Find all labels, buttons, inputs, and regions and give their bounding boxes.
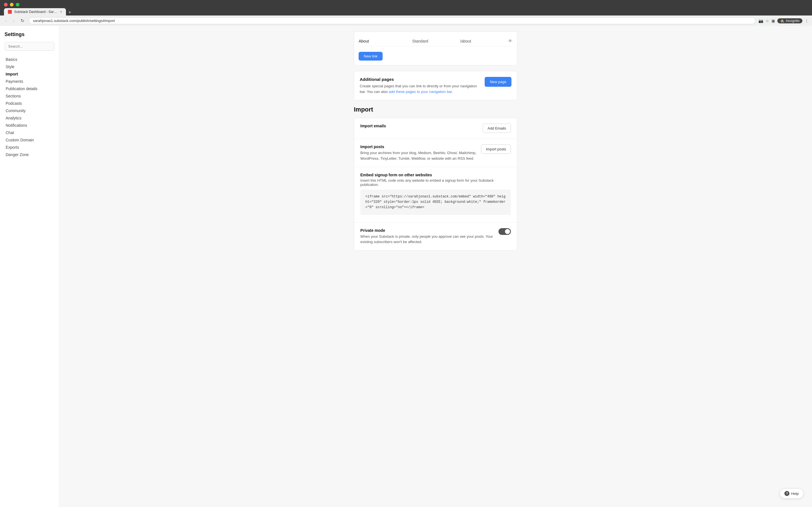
- private-mode-title: Private mode: [360, 228, 494, 233]
- embed-signup-description: Insert this HTML code onto any website t…: [360, 178, 511, 187]
- sidebar-item-custom-domain[interactable]: Custom Domain: [4, 136, 54, 144]
- import-posts-row: Import posts Bring your archives from yo…: [354, 139, 517, 167]
- incognito-label: Incognito: [786, 19, 800, 23]
- add-emails-button[interactable]: Add Emails: [483, 124, 511, 133]
- private-mode-toggle[interactable]: [499, 228, 511, 235]
- sidebar-item-notifications[interactable]: Notifications: [4, 122, 54, 129]
- sidebar-item-publication-details[interactable]: Publication details: [4, 85, 54, 93]
- additional-pages-text: Additional pages Create special pages th…: [360, 77, 480, 94]
- sidebar-item-sections[interactable]: Sections: [4, 93, 54, 100]
- import-section-title: Import: [354, 106, 517, 113]
- new-link-button[interactable]: New link: [359, 52, 383, 61]
- nav-row-type: Standard: [412, 39, 457, 43]
- browser-action-icons: 📷 ☆ ▣ 🕵 Incognito ⋮: [758, 18, 809, 23]
- nav-table-card: About Standard /about 👁 New link: [354, 32, 517, 65]
- content-inner: About Standard /about 👁 New link Additio…: [348, 26, 523, 256]
- forward-button[interactable]: ›: [11, 18, 16, 24]
- toggle-slider: [499, 228, 511, 235]
- import-emails-text: Import emails: [360, 124, 386, 129]
- nav-row-url: /about: [460, 39, 505, 43]
- maximize-traffic-light[interactable]: [16, 3, 19, 6]
- additional-pages-card: Additional pages Create special pages th…: [354, 71, 517, 100]
- sidebar-item-import[interactable]: Import: [4, 70, 54, 78]
- additional-pages-description: Create special pages that you can link t…: [360, 83, 480, 94]
- help-icon: ?: [784, 491, 790, 496]
- minimize-traffic-light[interactable]: [10, 3, 13, 6]
- sidebar-item-chat[interactable]: Chat: [4, 129, 54, 136]
- embed-signup-title: Embed signup form on other websites: [360, 173, 511, 177]
- active-tab[interactable]: Substack Dashboard - Sarah's ×: [4, 8, 66, 15]
- page-wrapper: Settings Basics Style Import Payments Pu…: [0, 26, 812, 507]
- private-mode-text: Private mode When your Substack is priva…: [360, 228, 494, 245]
- embed-signup-section: Embed signup form on other websites Inse…: [354, 167, 517, 222]
- back-button[interactable]: ‹: [3, 18, 8, 24]
- sidebar-item-payments[interactable]: Payments: [4, 78, 54, 85]
- tab-close-button[interactable]: ×: [60, 10, 62, 14]
- add-pages-nav-link[interactable]: add these pages to your navigation bar: [389, 90, 452, 94]
- sidebar-item-podcasts[interactable]: Podcasts: [4, 100, 54, 107]
- nav-table-row: About Standard /about 👁: [359, 36, 513, 46]
- tab-bar: Substack Dashboard - Sarah's × +: [0, 6, 812, 15]
- help-label: Help: [791, 492, 799, 496]
- sidebar: Settings Basics Style Import Payments Pu…: [0, 26, 59, 507]
- import-posts-text: Import posts Bring your archives from yo…: [360, 145, 476, 161]
- import-posts-button[interactable]: Import posts: [481, 145, 511, 154]
- reload-button[interactable]: ↻: [19, 17, 26, 24]
- tab-title: Substack Dashboard - Sarah's: [14, 10, 58, 14]
- import-posts-description: Bring your archives from your blog, Medi…: [360, 150, 476, 161]
- more-icon[interactable]: ⋮: [805, 18, 809, 23]
- star-icon[interactable]: ☆: [765, 18, 769, 23]
- address-input[interactable]: [29, 17, 756, 24]
- traffic-lights: [0, 0, 812, 6]
- import-posts-title: Import posts: [360, 145, 476, 149]
- import-emails-title: Import emails: [360, 124, 386, 128]
- main-content: About Standard /about 👁 New link Additio…: [59, 26, 812, 507]
- sidebar-icon[interactable]: ▣: [771, 18, 775, 23]
- tab-favicon: [8, 10, 12, 14]
- sidebar-item-analytics[interactable]: Analytics: [4, 114, 54, 122]
- sidebar-item-exports[interactable]: Exports: [4, 144, 54, 151]
- additional-pages-title: Additional pages: [360, 77, 480, 82]
- sidebar-nav: Basics Style Import Payments Publication…: [4, 56, 54, 158]
- incognito-badge: 🕵 Incognito: [777, 18, 802, 23]
- address-bar: ‹ › ↻ 📷 ☆ ▣ 🕵 Incognito ⋮: [0, 15, 812, 26]
- sidebar-item-style[interactable]: Style: [4, 63, 54, 70]
- import-emails-row: Import emails Add Emails: [354, 118, 517, 139]
- sidebar-item-basics[interactable]: Basics: [4, 56, 54, 63]
- camera-off-icon: 📷: [758, 18, 763, 23]
- browser-chrome: Substack Dashboard - Sarah's × + ‹ › ↻ 📷…: [0, 0, 812, 26]
- new-tab-button[interactable]: +: [66, 10, 73, 15]
- private-mode-row: Private mode When your Substack is priva…: [354, 222, 517, 250]
- private-mode-description: When your Substack is private, only peop…: [360, 234, 494, 245]
- close-traffic-light[interactable]: [4, 3, 8, 6]
- new-page-button[interactable]: New page: [485, 77, 511, 87]
- sidebar-item-community[interactable]: Community: [4, 107, 54, 114]
- help-button[interactable]: ? Help: [779, 489, 804, 499]
- eye-icon[interactable]: 👁: [508, 39, 513, 44]
- import-card: Import emails Add Emails Import posts Br…: [354, 118, 517, 251]
- sidebar-title: Settings: [4, 32, 54, 38]
- incognito-icon: 🕵: [780, 19, 784, 23]
- search-input[interactable]: [4, 42, 54, 51]
- embed-code-block[interactable]: <iframe src="https://sarahjonas1.substac…: [360, 189, 511, 215]
- nav-row-name: About: [359, 39, 409, 43]
- sidebar-item-danger-zone[interactable]: Danger Zone: [4, 151, 54, 158]
